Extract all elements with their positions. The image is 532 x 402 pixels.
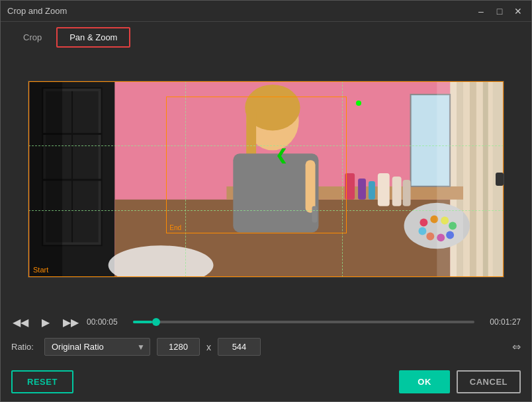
svg-point-27 [420, 218, 427, 226]
dimension-separator: x [206, 342, 211, 352]
cancel-button[interactable]: CANCEL [457, 370, 521, 393]
svg-rect-23 [345, 173, 355, 200]
svg-rect-25 [369, 181, 375, 199]
seek-bar[interactable] [133, 321, 474, 323]
ratio-select-wrapper: Original Ratio 16:9 4:3 1:1 9:16 Custom … [44, 338, 150, 356]
svg-rect-35 [378, 173, 390, 206]
svg-rect-9 [470, 81, 476, 277]
svg-point-33 [426, 232, 434, 240]
controls-area: ◀◀ ▶ ▶▶ 00:00:05 00:01:27 Ratio: Origina… [1, 307, 531, 365]
crop-zoom-window: Crop and Zoom – □ ✕ Crop Pan & Zoom [0, 0, 532, 402]
tabs-row: Crop Pan & Zoom [1, 22, 531, 48]
svg-rect-21 [306, 160, 316, 212]
maximize-button[interactable]: □ [493, 5, 506, 18]
preview-area: Start End ❮ [1, 48, 531, 307]
svg-rect-22 [312, 206, 318, 222]
svg-rect-39 [437, 81, 463, 277]
width-input[interactable] [157, 338, 200, 356]
seek-thumb[interactable] [152, 318, 160, 326]
ratio-select[interactable]: Original Ratio 16:9 4:3 1:1 9:16 Custom [44, 338, 150, 356]
svg-rect-36 [392, 177, 402, 206]
step-forward-button[interactable]: ▶▶ [62, 313, 80, 331]
svg-rect-10 [483, 81, 488, 277]
height-input[interactable] [218, 338, 261, 356]
tab-crop[interactable]: Crop [11, 28, 54, 46]
ok-button[interactable]: OK [399, 370, 450, 393]
title-bar: Crop and Zoom – □ ✕ [1, 1, 531, 22]
minimize-button[interactable]: – [474, 5, 488, 18]
step-back-button[interactable]: ◀◀ [11, 313, 30, 331]
ratio-label: Ratio: [11, 342, 38, 352]
window-title: Crop and Zoom [7, 6, 67, 16]
link-dimensions-icon[interactable]: ⇔ [512, 341, 521, 353]
footer-left: RESET [11, 370, 73, 393]
seek-progress [133, 321, 152, 323]
reset-button[interactable]: RESET [11, 370, 73, 393]
window-controls: – □ ✕ [474, 5, 525, 18]
ratio-row: Ratio: Original Ratio 16:9 4:3 1:1 9:16 … [11, 338, 521, 356]
svg-point-34 [418, 227, 426, 235]
footer-row: RESET OK CANCEL [1, 365, 531, 401]
svg-rect-11 [493, 81, 503, 277]
footer-right: OK CANCEL [399, 370, 521, 393]
svg-rect-24 [358, 179, 366, 200]
play-button[interactable]: ▶ [36, 313, 55, 331]
playback-row: ◀◀ ▶ ▶▶ 00:00:05 00:01:27 [11, 313, 521, 331]
current-time: 00:00:05 [87, 317, 126, 327]
video-preview[interactable]: Start End ❮ [28, 81, 504, 278]
tab-pan-zoom[interactable]: Pan & Zoom [56, 27, 130, 48]
close-button[interactable]: ✕ [511, 5, 525, 18]
svg-rect-40 [29, 81, 62, 277]
svg-rect-37 [403, 179, 411, 206]
video-scene [28, 81, 504, 277]
total-time: 00:01:27 [481, 317, 521, 327]
